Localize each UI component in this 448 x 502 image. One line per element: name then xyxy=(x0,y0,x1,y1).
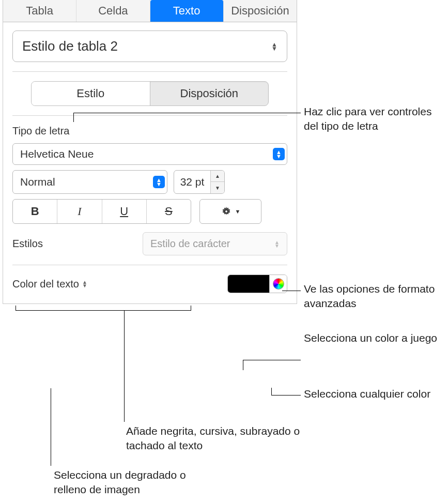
bracket xyxy=(16,306,191,311)
bold-button[interactable]: B xyxy=(13,200,57,223)
font-size-up[interactable]: ▲ xyxy=(211,171,224,182)
callout-line xyxy=(271,395,301,395)
panel-body: Estilo de tabla 2 ▲▼ Estilo Disposición … xyxy=(3,22,297,303)
chevron-updown-icon: ▲▼ xyxy=(273,148,285,160)
color-wheel-icon xyxy=(273,278,284,290)
font-size-buttons: ▲ ▼ xyxy=(210,171,224,193)
styles-label: Estilos xyxy=(12,238,43,250)
chevron-updown-icon: ▲▼ xyxy=(153,176,165,188)
font-weight-value: Normal xyxy=(20,176,55,188)
format-panel: Tabla Celda Texto Disposición Estilo de … xyxy=(3,0,297,304)
paragraph-style-value: Estilo de tabla 2 xyxy=(22,38,118,54)
text-style-group: B I U S xyxy=(12,199,191,224)
segment-estilo[interactable]: Estilo xyxy=(32,82,150,105)
font-weight-select[interactable]: Normal ▲▼ xyxy=(12,170,167,194)
callout-line xyxy=(73,113,301,113)
paragraph-style-select[interactable]: Estilo de tabla 2 ▲▼ xyxy=(12,31,287,62)
italic-button[interactable]: I xyxy=(57,200,102,223)
style-layout-segment: Estilo Disposición xyxy=(31,81,269,106)
inspector-tabs: Tabla Celda Texto Disposición xyxy=(3,0,297,22)
gear-icon xyxy=(221,206,232,217)
text-color-label: Color del texto xyxy=(12,278,79,290)
tab-celda[interactable]: Celda xyxy=(76,0,150,22)
advanced-options-button[interactable]: ▼ xyxy=(199,199,261,224)
chevron-down-icon: ▼ xyxy=(235,208,241,215)
underline-button[interactable]: U xyxy=(102,200,147,223)
callout-match-color: Selecciona un color a juego xyxy=(304,331,438,345)
separator xyxy=(12,265,287,265)
callout-line xyxy=(243,360,301,360)
callout-any-color: Selecciona cualquier color xyxy=(304,387,438,401)
callout-line xyxy=(243,360,243,370)
tab-texto[interactable]: Texto xyxy=(150,0,224,22)
svg-point-1 xyxy=(225,210,228,213)
callout-line xyxy=(124,311,125,422)
callout-font-controls: Haz clic para ver controles del tipo de … xyxy=(304,104,438,134)
character-style-select[interactable]: Estilo de carácter ▲▼ xyxy=(143,232,287,255)
callout-line xyxy=(271,388,272,395)
callout-line xyxy=(51,388,51,466)
tab-tabla[interactable]: Tabla xyxy=(3,0,76,22)
color-picker-group xyxy=(227,275,287,293)
separator xyxy=(12,71,287,72)
chevron-updown-icon: ▲▼ xyxy=(271,42,277,51)
font-size-value[interactable]: 32 pt xyxy=(174,172,210,192)
color-swatch[interactable] xyxy=(228,275,269,293)
strikethrough-button[interactable]: S xyxy=(147,200,191,223)
separator xyxy=(12,115,287,116)
callout-advanced: Ve las opciones de formato avanzadas xyxy=(304,282,443,311)
character-style-placeholder: Estilo de carácter xyxy=(150,238,230,250)
color-wheel-button[interactable] xyxy=(269,275,287,293)
font-size-down[interactable]: ▼ xyxy=(211,182,224,193)
callout-line xyxy=(282,291,301,291)
font-size-stepper: 32 pt ▲ ▼ xyxy=(174,170,225,194)
chevron-updown-icon: ▲▼ xyxy=(274,240,280,248)
callout-gradient: Selecciona un degradado o relleno de ima… xyxy=(54,468,219,497)
font-section-label: Tipo de letra xyxy=(12,125,287,137)
segment-disposicion[interactable]: Disposición xyxy=(150,82,269,105)
font-family-select[interactable]: Helvetica Neue ▲▼ xyxy=(12,143,287,165)
callout-bisu: Añade negrita, cursiva, subrayado o tach… xyxy=(126,424,302,453)
text-color-select[interactable]: Color del texto ▲▼ xyxy=(12,278,87,290)
tab-disposicion[interactable]: Disposición xyxy=(224,0,297,22)
font-family-value: Helvetica Neue xyxy=(20,148,94,160)
chevron-updown-icon: ▲▼ xyxy=(82,280,87,287)
callout-line xyxy=(73,113,74,122)
